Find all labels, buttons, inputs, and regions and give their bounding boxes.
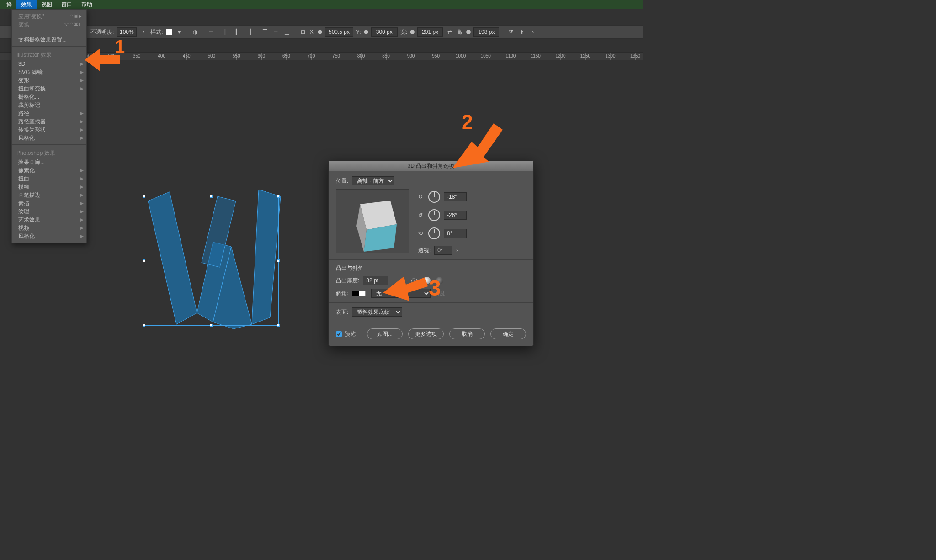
rotation-cube-preview[interactable] [336,189,409,253]
submenu-arrow-icon: ▶ [80,136,84,140]
align-center-h-icon[interactable]: ▎ [234,28,242,36]
rotate-y-dial[interactable] [428,209,440,221]
align-left-icon[interactable]: ▏ [223,28,231,36]
cap-off-icon[interactable] [436,277,443,284]
separator [12,33,86,33]
surface-select[interactable]: 塑料效果底纹 [352,307,402,317]
menu-item-label: 像素化 [18,167,35,174]
handle-nw[interactable] [143,195,145,198]
handle-n[interactable] [210,195,213,198]
chevron-right-icon[interactable]: › [456,247,458,254]
align-top-icon[interactable]: ▔ [261,28,269,36]
menu-item[interactable]: 视频▶ [12,224,86,232]
menu-window[interactable]: 窗口 [57,0,77,9]
h-stepper[interactable] [466,27,471,37]
menu-item-label: 效果画廊... [18,158,45,166]
position-select[interactable]: 离轴 - 前方 [352,176,394,185]
menu-item[interactable]: 3D▶ [12,60,86,68]
menu-doc-raster-settings[interactable]: 文档栅格效果设置... [12,36,86,44]
menu-item-label: 风格化 [18,232,35,240]
extrude-depth-field[interactable] [363,276,388,285]
more-options-button[interactable]: 更多选项 [408,328,444,339]
menu-item[interactable]: 艺术效果▶ [12,216,86,224]
menu-item[interactable]: 效果画廊... [12,158,86,166]
preview-checkbox[interactable]: 预览 [336,330,356,338]
y-field[interactable]: 300 px [371,27,398,37]
shear-icon[interactable]: ⧩ [507,28,515,36]
menu-item[interactable]: 素描▶ [12,199,86,207]
rotate-z-field[interactable] [444,229,467,238]
submenu-arrow-icon: ▶ [80,119,84,124]
menu-item[interactable]: 画笔描边▶ [12,191,86,199]
menu-item[interactable]: 扭曲▶ [12,174,86,183]
submenu-arrow-icon: ▶ [80,111,84,116]
link-wh-icon[interactable]: ⇄ [446,28,454,36]
menu-help[interactable]: 帮助 [77,0,97,9]
menu-item[interactable]: 裁剪标记 [12,101,86,109]
menu-item[interactable]: 模糊▶ [12,183,86,191]
w-field[interactable]: 201 px [417,27,443,37]
horizontal-ruler[interactable]: 2503003504004505005506006507007508008509… [0,52,643,60]
transform-icon[interactable]: ⊞ [299,28,307,36]
rotate-y-field[interactable] [444,211,467,220]
menu-item[interactable]: 扭曲和变换▶ [12,85,86,93]
align-right-icon[interactable]: ▕ [245,28,253,36]
selection-bounding-box[interactable] [144,196,279,326]
menu-item[interactable]: 风格化▶ [12,232,86,240]
menu-item[interactable]: 栅格化... [12,93,86,101]
canvas[interactable] [0,60,643,385]
handle-ne[interactable] [277,195,280,198]
rotate-x-dial[interactable] [428,191,440,203]
menu-apply-transform[interactable]: 应用"变换" ⇧⌘E [12,12,86,21]
menu-view[interactable]: 视图 [37,0,57,9]
y-label: Y: [356,29,361,35]
menu-select[interactable]: 择 [2,0,16,9]
handle-s[interactable] [210,324,213,327]
handle-sw[interactable] [143,324,145,327]
handle-w[interactable] [143,259,145,262]
menu-item[interactable]: SVG 滤镜▶ [12,68,86,76]
menu-item[interactable]: 变形▶ [12,76,86,85]
menu-item[interactable]: 转换为形状▶ [12,126,86,134]
chevron-right-icon[interactable]: › [529,28,537,36]
cancel-button[interactable]: 取消 [449,328,485,339]
menu-item[interactable]: 风格化▶ [12,134,86,142]
perspective-field[interactable] [434,246,452,255]
menu-effect[interactable]: 效果 [16,0,37,9]
menu-item[interactable]: 路径▶ [12,109,86,117]
rotate-z-dial[interactable] [428,227,440,239]
menu-item[interactable]: 像素化▶ [12,166,86,174]
ok-button[interactable]: 确定 [490,328,526,339]
align-artboard-icon[interactable]: ▭ [207,28,215,36]
handle-e[interactable] [277,259,280,262]
flip-icon[interactable]: ⧪ [518,28,526,36]
align-bottom-icon[interactable]: ▁ [283,28,291,36]
x-stepper[interactable] [318,27,322,37]
submenu-arrow-icon: ▶ [80,78,84,83]
chevron-right-icon[interactable]: › [139,28,148,36]
x-field[interactable]: 500.5 px [325,27,353,37]
dialog-title[interactable]: 3D 凸出和斜角选项 [329,161,533,171]
handle-se[interactable] [277,324,280,327]
menu-item[interactable]: 路径查找器▶ [12,117,86,126]
w-stepper[interactable] [410,27,415,37]
cap-on-icon[interactable] [423,277,431,284]
y-stepper[interactable] [364,27,368,37]
menu-transform[interactable]: 变换... ⌥⇧⌘E [12,21,86,29]
menu-item-label: 路径 [18,110,29,117]
extrude-bevel-header: 凸出与斜角 [336,264,526,272]
map-art-button[interactable]: 贴图... [367,328,403,339]
preview-checkbox-input[interactable] [336,331,342,337]
style-swatch[interactable] [166,29,172,35]
cap-label: 点: [410,277,417,285]
menu-item[interactable]: 纹理▶ [12,207,86,216]
rotate-x-field[interactable] [444,192,467,201]
submenu-arrow-icon: ▶ [80,176,84,181]
h-field[interactable]: 198 px [473,27,499,37]
chevron-down-icon[interactable]: ▾ [175,28,183,36]
w-label: 宽: [400,28,407,36]
opacity-field[interactable]: 100% [117,27,137,37]
recolor-icon[interactable]: ◑ [191,28,199,36]
bevel-select[interactable]: 无 [371,289,431,298]
align-middle-icon[interactable]: ━ [272,28,280,36]
